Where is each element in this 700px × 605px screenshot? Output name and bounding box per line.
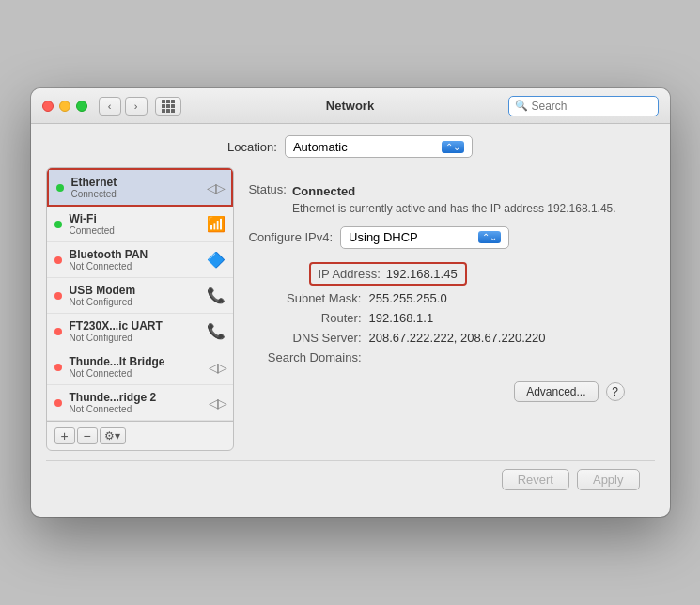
apply-button[interactable]: Apply [577,469,640,490]
status-dot-bluetooth-pan [54,256,62,264]
status-dot-usb-modem [54,292,62,300]
window-title: Network [326,99,374,113]
search-input[interactable] [532,100,652,113]
subnet-mask-value: 255.255.255.0 [369,291,447,305]
grid-icon [162,100,175,113]
item-name-bluetooth-pan: Bluetooth PAN [70,248,199,261]
ft230x-icon: 📞 [207,322,226,340]
status-row: Status: Connected Ethernet is currently … [249,182,640,217]
revert-button[interactable]: Revert [502,469,569,490]
titlebar: ‹ › Network 🔍 [31,88,670,124]
item-text-tb-bridge: Thunde...lt Bridge Not Connected [70,355,201,379]
configure-ipv4-row: Configure IPv4: Using DHCP ⌃⌄ [249,226,640,249]
search-box[interactable]: 🔍 [508,96,659,116]
item-text-wifi: Wi-Fi Connected [70,212,199,236]
footer-row: Revert Apply [46,460,655,502]
wifi-icon: 📶 [207,215,226,233]
tb-ridge2-icon: ◁▷ [209,396,226,411]
add-interface-button[interactable]: + [54,427,75,444]
router-label: Router: [249,311,362,325]
location-label: Location: [227,140,277,154]
gear-menu-button[interactable]: ⚙▾ [100,427,126,444]
status-dot-tb-ridge2 [54,399,62,407]
ip-address-row: IP Address: 192.168.1.45 [249,262,640,286]
sidebar-item-wifi[interactable]: Wi-Fi Connected 📶 [47,207,233,242]
grid-button[interactable] [155,97,181,116]
item-status-usb-modem: Not Configured [70,297,199,307]
item-status-wifi: Connected [70,225,199,236]
item-name-usb-modem: USB Modem [70,284,199,297]
maximize-button[interactable] [76,101,87,112]
configure-ipv4-select[interactable]: Using DHCP ⌃⌄ [340,226,509,249]
tb-bridge-icon: ◁▷ [209,360,226,375]
forward-button[interactable]: › [125,97,148,116]
configure-ipv4-value: Using DHCP [349,230,418,244]
network-window: ‹ › Network 🔍 Location: Automatic ⌃⌄ [31,88,670,517]
dns-server-value: 208.67.222.222, 208.67.220.220 [369,331,546,345]
item-name-tb-ridge2: Thunde...ridge 2 [70,391,201,404]
location-row: Location: Automatic ⌃⌄ [46,135,655,158]
sidebar-item-thunderbolt-bridge[interactable]: Thunde...lt Bridge Not Connected ◁▷ [47,349,233,385]
usb-modem-icon: 📞 [207,287,226,304]
back-button[interactable]: ‹ [99,97,121,116]
status-description: Ethernet is currently active and has the… [292,201,616,217]
status-dot-wifi [54,221,62,228]
status-value: Connected [292,184,355,198]
sidebar-items: Ethernet Connected ◁▷ Wi-Fi Connected 📶 [47,168,233,421]
location-select[interactable]: Automatic ⌃⌄ [285,135,473,158]
ip-address-label: IP Address: [319,267,381,281]
status-group: Connected Ethernet is currently active a… [292,182,616,217]
router-row: Router: 192.168.1.1 [249,311,640,325]
traffic-lights [42,101,87,112]
status-dot-ethernet [56,184,64,192]
router-value: 192.168.1.1 [369,311,434,325]
bottom-buttons-row: Advanced... ? [249,374,640,406]
item-name-wifi: Wi-Fi [70,212,199,225]
item-text-ethernet: Ethernet Connected [71,176,199,199]
content-area: Location: Automatic ⌃⌄ Ethernet Connecte… [31,124,670,517]
gear-icon: ⚙ [104,429,115,442]
ip-address-value: 192.168.1.45 [386,267,458,281]
minimize-button[interactable] [59,101,70,112]
dns-server-label: DNS Server: [249,331,362,345]
item-status-ft230x: Not Configured [70,333,199,343]
help-button[interactable]: ? [606,382,625,401]
nav-buttons: ‹ › [99,97,181,116]
sidebar-item-thunderbolt-ridge2[interactable]: Thunde...ridge 2 Not Connected ◁▷ [47,385,233,421]
item-status-ethernet: Connected [71,189,199,199]
close-button[interactable] [42,101,54,112]
sidebar-item-bluetooth-pan[interactable]: Bluetooth PAN Not Connected 🔷 [47,242,233,278]
detail-panel: Status: Connected Ethernet is currently … [234,167,655,451]
sidebar-item-ft230x-uart[interactable]: FT230X...ic UART Not Configured 📞 [47,314,233,349]
location-value: Automatic [293,140,348,154]
main-area: Ethernet Connected ◁▷ Wi-Fi Connected 📶 [46,167,655,451]
sidebar: Ethernet Connected ◁▷ Wi-Fi Connected 📶 [46,167,234,451]
item-text-usb-modem: USB Modem Not Configured [70,284,199,307]
status-dot-tb-bridge [54,364,62,371]
ethernet-icon: ◁▷ [207,180,224,195]
item-status-tb-ridge2: Not Connected [70,404,201,414]
item-text-ft230x: FT230X...ic UART Not Configured [70,319,199,343]
item-status-tb-bridge: Not Connected [70,368,201,379]
subnet-mask-row: Subnet Mask: 255.255.255.0 [249,291,640,305]
search-domains-row: Search Domains: [249,350,640,365]
search-icon: 🔍 [515,100,528,112]
advanced-button[interactable]: Advanced... [514,381,598,402]
item-name-tb-bridge: Thunde...lt Bridge [70,355,201,368]
info-block: IP Address: 192.168.1.45 Subnet Mask: 25… [249,262,640,365]
item-text-bluetooth-pan: Bluetooth PAN Not Connected [70,248,199,271]
status-dot-ft230x [54,328,62,335]
bluetooth-icon: 🔷 [207,251,226,269]
sidebar-item-usb-modem[interactable]: USB Modem Not Configured 📞 [47,278,233,314]
item-name-ethernet: Ethernet [71,176,199,189]
dns-server-row: DNS Server: 208.67.222.222, 208.67.220.2… [249,331,640,345]
item-status-bluetooth-pan: Not Connected [70,261,199,271]
sidebar-item-ethernet[interactable]: Ethernet Connected ◁▷ [47,168,233,207]
location-select-arrow: ⌃⌄ [442,141,464,153]
remove-interface-button[interactable]: − [77,427,98,444]
search-domains-label: Search Domains: [249,350,362,365]
configure-ipv4-arrow: ⌃⌄ [478,231,501,243]
sidebar-footer: + − ⚙▾ [47,421,233,450]
configure-ipv4-label: Configure IPv4: [249,230,334,244]
item-text-tb-ridge2: Thunde...ridge 2 Not Connected [70,391,201,414]
